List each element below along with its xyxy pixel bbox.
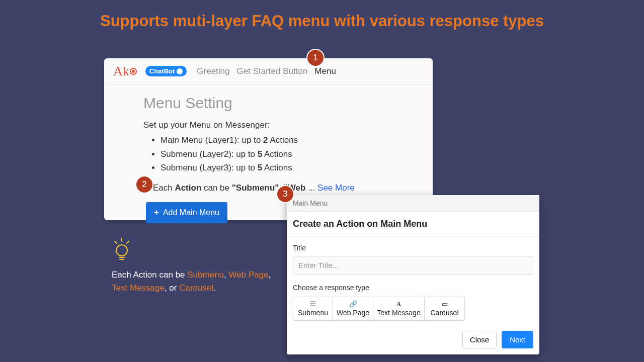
menu-description: Set up your Menu on Messenger: Main Menu… <box>143 119 393 195</box>
see-more-link[interactable]: See More <box>317 183 355 193</box>
intro-line: Set up your Menu on Messenger: <box>143 119 393 132</box>
step-badge-1: 1 <box>306 49 325 67</box>
response-carousel-label: Carousel <box>430 309 458 317</box>
response-submenu-label: Submenu <box>298 309 328 317</box>
response-type-label: Choose a response type <box>293 284 533 292</box>
tip-text: Each Action can be Submenu, Web Page, Te… <box>112 268 273 294</box>
svg-line-1 <box>115 241 117 243</box>
page-headline: Supports muti-layer FAQ menu with variou… <box>0 0 644 30</box>
add-main-menu-button[interactable]: Add Main Menu <box>146 202 227 223</box>
tab-menu[interactable]: Menu <box>314 66 336 76</box>
tab-bar: Greeting Get Started Button Menu <box>197 66 336 76</box>
create-action-modal: Main Menu Create an Action on Main Menu … <box>287 195 539 354</box>
close-button[interactable]: Close <box>462 331 497 348</box>
ako-logo-text: Ak <box>113 64 129 79</box>
modal-title: Create an Action on Main Menu <box>287 212 539 237</box>
svg-point-3 <box>116 245 127 256</box>
response-carousel-button[interactable]: ▭ Carousel <box>425 297 465 321</box>
text-icon: A <box>396 301 401 307</box>
tip-block: Each Action can be Submenu, Web Page, Te… <box>112 237 273 294</box>
response-text-button[interactable]: A Text Message <box>373 297 425 321</box>
step-badge-3: 3 <box>276 185 294 203</box>
svg-line-2 <box>127 241 129 243</box>
chatbot-badge: ChatBot <box>145 66 187 76</box>
modal-breadcrumb: Main Menu <box>287 195 539 212</box>
next-button[interactable]: Next <box>502 331 533 348</box>
carousel-icon: ▭ <box>442 301 448 307</box>
response-submenu-button[interactable]: ☰ Submenu <box>293 297 333 321</box>
list-icon: ☰ <box>310 301 316 307</box>
response-type-group: ☰ Submenu 🔗 Web Page A Text Message ▭ Ca… <box>293 297 533 321</box>
page-title: Menu Setting <box>143 95 393 112</box>
response-text-label: Text Message <box>377 309 420 317</box>
bullet-layer1: Main Menu (Layer1): up to 2 Actions <box>160 134 393 147</box>
link-icon: 🔗 <box>349 301 357 307</box>
ordered-line: 1. Each Action can be "Submenu", "Web ..… <box>143 182 393 195</box>
title-input[interactable] <box>293 256 533 275</box>
ako-logo: Ak <box>113 64 137 79</box>
bullet-layer2: Submenu (Layer2): up to 5 Actions <box>160 148 393 161</box>
title-label: Title <box>293 244 533 252</box>
ako-logo-eye-icon <box>130 68 137 75</box>
tab-greeting[interactable]: Greeting <box>197 66 229 76</box>
lightbulb-icon <box>112 237 129 259</box>
bullet-layer3: Submenu (Layer3): up to 5 Actions <box>160 161 393 174</box>
card-header: Ak ChatBot Greeting Get Started Button M… <box>104 58 433 84</box>
response-webpage-button[interactable]: 🔗 Web Page <box>333 297 373 321</box>
tab-get-started[interactable]: Get Started Button <box>237 66 308 76</box>
response-webpage-label: Web Page <box>337 309 369 317</box>
step-badge-2: 2 <box>135 175 153 194</box>
